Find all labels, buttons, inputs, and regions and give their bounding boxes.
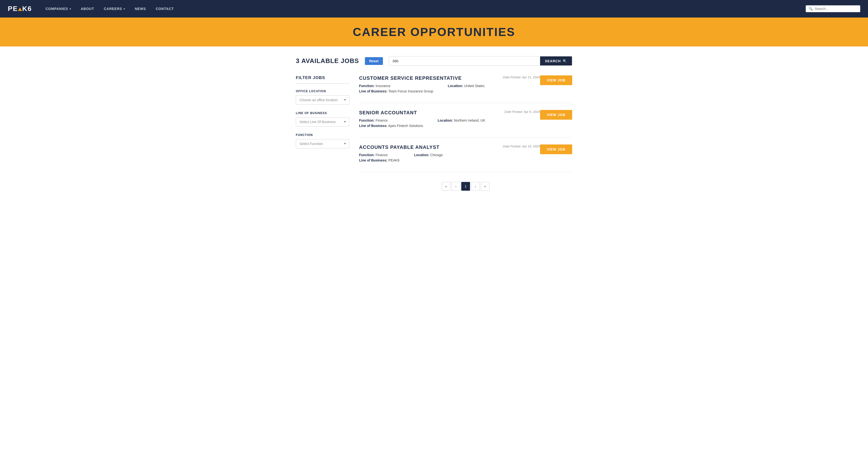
job-title[interactable]: ACCOUNTS PAYABLE ANALYST [359,145,440,150]
job-date: Date Posted: Apr 19, 2024 [503,145,540,148]
job-detail-right: Location: United States [448,84,485,93]
jobs-list: CUSTOMER SERVICE REPRESENTATIVE Date Pos… [359,75,572,200]
view-job-button[interactable]: VIEW JOB [540,145,572,154]
job-details: Function: Finance Line of Business: PEAK… [359,153,540,162]
office-location-label: OFFICE LOCATION [296,90,349,93]
job-detail-left: Function: Insurance Line of Business: Te… [359,84,433,93]
job-details: Function: Insurance Line of Business: Te… [359,84,540,93]
job-function: Function: Finance [359,119,423,122]
pagination: « ‹ 1 › » [359,182,572,200]
job-lob: Line of Business: Apex Fintech Solutions [359,124,423,128]
main-content: 3 AVAILABLE JOBS Reset SEARCH 🔍 FILTER J… [288,46,580,210]
line-of-business-filter: LINE OF BUSINESS Select Line Of Business [296,111,349,126]
filter-title: FILTER JOBS [296,75,349,84]
job-info: ACCOUNTS PAYABLE ANALYST Date Posted: Ap… [359,145,540,165]
line-of-business-select[interactable]: Select Line Of Business [296,117,349,126]
job-card: CUSTOMER SERVICE REPRESENTATIVE Date Pos… [359,75,572,103]
job-action: VIEW JOB [540,110,572,120]
job-lob: Line of Business: Team Focus Insurance G… [359,89,433,93]
job-location: Location: Northern Ireland, UK [438,119,485,122]
job-detail-right: Location: Chicago [414,153,443,162]
job-detail-left: Function: Finance Line of Business: PEAK… [359,153,399,162]
search-icon: 🔍 [809,7,813,11]
search-icon-btn: 🔍 [563,59,567,63]
job-date: Date Posted: Apr 11, 2024 [503,75,540,79]
job-function: Function: Finance [359,153,399,157]
job-location: Location: United States [448,84,485,88]
job-function: Function: Insurance [359,84,433,88]
nav-search-input[interactable] [815,7,857,11]
job-details: Function: Finance Line of Business: Apex… [359,119,540,128]
hero-banner: CAREER OPPORTUNITIES [0,18,868,46]
job-card: SENIOR ACCOUNTANT Date Posted: Apr 6, 20… [359,103,572,138]
nav-search-box: 🔍 [806,5,860,12]
nav-about[interactable]: ABOUT [77,1,98,17]
job-info: SENIOR ACCOUNTANT Date Posted: Apr 6, 20… [359,110,540,131]
page-next-button[interactable]: › [471,182,480,191]
job-row: CUSTOMER SERVICE REPRESENTATIVE Date Pos… [359,75,572,96]
logo-text: PEK6 [8,5,32,13]
nav-links: COMPANIES ▾ ABOUT CAREERS ▾ NEWS CONTACT [41,1,806,17]
job-header: CUSTOMER SERVICE REPRESENTATIVE Date Pos… [359,75,540,81]
logo[interactable]: PEK6 [8,5,32,13]
jobs-count: 3 AVAILABLE JOBS [296,57,359,65]
job-card: ACCOUNTS PAYABLE ANALYST Date Posted: Ap… [359,138,572,172]
job-header: ACCOUNTS PAYABLE ANALYST Date Posted: Ap… [359,145,540,150]
job-date: Date Posted: Apr 6, 2024 [504,110,540,114]
page-prev-button[interactable]: ‹ [452,182,460,191]
chevron-down-icon: ▾ [69,7,71,10]
hero-title: CAREER OPPORTUNITIES [5,25,863,39]
view-job-button[interactable]: VIEW JOB [540,110,572,120]
function-select[interactable]: Select Function [296,139,349,148]
office-location-select[interactable]: Choose an office location [296,95,349,105]
chevron-down-icon-careers: ▾ [124,7,125,10]
sidebar: FILTER JOBS OFFICE LOCATION Choose an of… [296,75,349,200]
main-nav: PEK6 COMPANIES ▾ ABOUT CAREERS ▾ NEWS CO… [0,0,868,18]
search-button[interactable]: SEARCH 🔍 [540,57,572,65]
page-current-button[interactable]: 1 [461,182,470,191]
page-first-button[interactable]: « [442,182,451,191]
job-title[interactable]: CUSTOMER SERVICE REPRESENTATIVE [359,75,462,81]
job-action: VIEW JOB [540,145,572,154]
job-detail-right: Location: Northern Ireland, UK [438,119,485,128]
function-filter: FUNCTION Select Function [296,133,349,148]
search-container: SEARCH 🔍 [389,56,572,66]
job-action: VIEW JOB [540,75,572,85]
job-row: ACCOUNTS PAYABLE ANALYST Date Posted: Ap… [359,145,572,165]
view-job-button[interactable]: VIEW JOB [540,75,572,85]
content-layout: FILTER JOBS OFFICE LOCATION Choose an of… [296,75,572,200]
nav-companies[interactable]: COMPANIES ▾ [41,1,75,17]
jobs-header: 3 AVAILABLE JOBS Reset SEARCH 🔍 [296,56,572,66]
reset-button[interactable]: Reset [365,57,383,65]
nav-contact[interactable]: CONTACT [152,1,178,17]
line-of-business-label: LINE OF BUSINESS [296,111,349,115]
job-info: CUSTOMER SERVICE REPRESENTATIVE Date Pos… [359,75,540,96]
job-row: SENIOR ACCOUNTANT Date Posted: Apr 6, 20… [359,110,572,131]
function-label: FUNCTION [296,133,349,137]
job-location: Location: Chicago [414,153,443,157]
job-lob: Line of Business: PEAK6 [359,158,399,162]
page-last-button[interactable]: » [481,182,490,191]
job-detail-left: Function: Finance Line of Business: Apex… [359,119,423,128]
job-search-input[interactable] [389,57,540,65]
nav-careers[interactable]: CAREERS ▾ [100,1,129,17]
job-header: SENIOR ACCOUNTANT Date Posted: Apr 6, 20… [359,110,540,116]
job-title[interactable]: SENIOR ACCOUNTANT [359,110,417,116]
nav-news[interactable]: NEWS [131,1,150,17]
office-location-filter: OFFICE LOCATION Choose an office locatio… [296,90,349,105]
